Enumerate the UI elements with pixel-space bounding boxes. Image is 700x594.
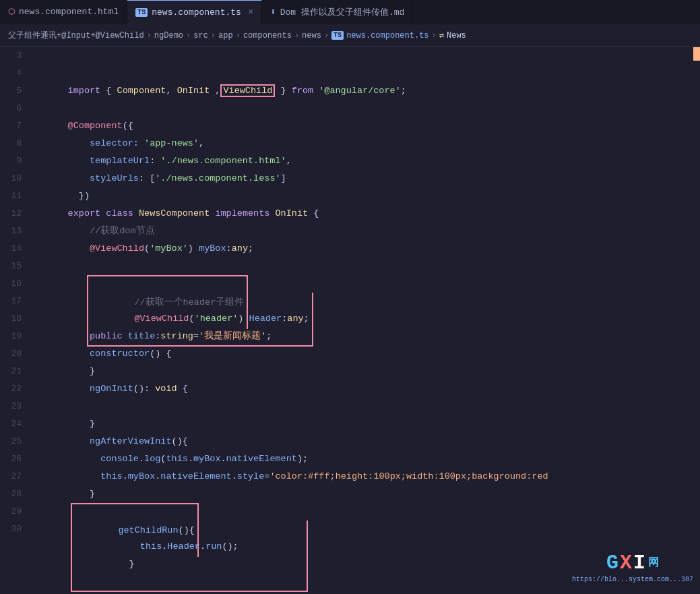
- watermark: G X I 网 https://blo...system.com...387: [565, 540, 700, 594]
- code-line-10: }): [35, 170, 700, 187]
- breadcrumb-class: News: [447, 31, 466, 40]
- tab-html-label: news.component.html: [19, 7, 119, 17]
- breadcrumb: 父子组件通讯+@Input+@ViewChild › ngDemo › src …: [0, 24, 700, 47]
- line-num-18: 18: [0, 310, 22, 328]
- line-num-21: 21: [0, 363, 22, 380]
- line-num-16: 16: [0, 275, 22, 293]
- tab-bar: ⬡ news.component.html TS news.component.…: [0, 0, 700, 24]
- code-line-24: ngAfterViewInit(){: [35, 415, 700, 433]
- breadcrumb-filename: news.component.ts: [346, 31, 428, 40]
- line-num-28: 28: [0, 485, 22, 503]
- line-num-7: 7: [0, 117, 22, 135]
- line-num-27: 27: [0, 468, 22, 485]
- breadcrumb-news: news: [302, 31, 321, 40]
- watermark-x: X: [620, 552, 632, 574]
- code-line-9: styleUrls: ['./news.component.less']: [35, 152, 700, 170]
- line-num-4: 4: [0, 65, 22, 82]
- code-line-27: }: [35, 468, 700, 485]
- line-num-26: 26: [0, 450, 22, 468]
- code-line-17: [35, 293, 700, 310]
- line-num-12: 12: [0, 205, 22, 222]
- code-line-22: [35, 380, 700, 398]
- line-num-5: 5: [0, 82, 22, 100]
- tab-ts[interactable]: TS news.component.ts ×: [127, 0, 262, 24]
- watermark-url: https://blo...system.com...387: [572, 576, 693, 583]
- line-numbers: 3 4 5 6 7 8 9 10 11 12 13 14 15 16 17 18…: [0, 47, 30, 594]
- line-num-23: 23: [0, 398, 22, 415]
- code-line-6: @Component({: [35, 100, 700, 117]
- code-line-14: [35, 240, 700, 258]
- line-num-9: 9: [0, 152, 22, 170]
- code-area: 3 4 5 6 7 8 9 10 11 12 13 14 15 16 17 18…: [0, 47, 700, 594]
- breadcrumb-ts-icon: TS: [331, 31, 344, 40]
- line-num-10: 10: [0, 170, 22, 187]
- close-icon[interactable]: ×: [248, 7, 253, 18]
- tab-md[interactable]: ⬇ Dom 操作以及父子组件传值.md: [262, 0, 413, 24]
- code-line-20: }: [35, 345, 700, 363]
- code-line-30: }: [35, 521, 700, 538]
- line-num-24: 24: [0, 415, 22, 433]
- tab-html[interactable]: ⬡ news.component.html: [0, 0, 127, 24]
- breadcrumb-ngdemo: ngDemo: [154, 31, 183, 40]
- line-num-13: 13: [0, 222, 22, 240]
- line-num-19: 19: [0, 328, 22, 345]
- code-line-13: @ViewChild('myBox') myBox:any;: [35, 222, 700, 240]
- line-num-30: 30: [0, 521, 22, 538]
- code-line-18: public title:string='我是新闻标题';: [35, 310, 700, 328]
- code-line-28: getChildRun(){: [35, 485, 700, 503]
- line-num-20: 20: [0, 345, 22, 363]
- watermark-i: I: [633, 552, 645, 574]
- breadcrumb-src: src: [193, 31, 208, 40]
- code-line-26: this.myBox.nativeElement.style='color:#f…: [35, 450, 700, 468]
- code-line-21: ngOnInit(): void {: [35, 363, 700, 380]
- line-num-11: 11: [0, 187, 22, 205]
- breadcrumb-symbol-icon: ⇄: [439, 30, 444, 40]
- code-line-16: @ViewChild('header') Header:any;: [35, 275, 700, 293]
- code-line-12: //获取dom节点: [35, 205, 700, 222]
- line-num-15: 15: [0, 258, 22, 275]
- line-num-3: 3: [0, 47, 22, 65]
- code-line-8: templateUrl: './news.component.html',: [35, 135, 700, 152]
- tab-ts-label: news.component.ts: [152, 7, 241, 18]
- md-icon: ⬇: [270, 6, 276, 18]
- code-line-29: this.Header.run();: [35, 503, 700, 521]
- line-num-8: 8: [0, 135, 22, 152]
- line-num-25: 25: [0, 433, 22, 450]
- code-line-5: [35, 82, 700, 100]
- line-num-29: 29: [0, 503, 22, 521]
- code-line-7: selector: 'app-news',: [35, 117, 700, 135]
- code-line-23: }: [35, 398, 700, 415]
- watermark-g: G: [606, 552, 618, 574]
- html-icon: ⬡: [8, 7, 15, 17]
- code-content: import { Component, OnInit ,ViewChild } …: [30, 47, 700, 594]
- code-line-25: console.log(this.myBox.nativeElement);: [35, 433, 700, 450]
- line-num-22: 22: [0, 380, 22, 398]
- code-line-15: //获取一个header子组件: [35, 258, 700, 275]
- line-num-6: 6: [0, 100, 22, 117]
- code-line-11: export class NewsComponent implements On…: [35, 187, 700, 205]
- line-num-17: 17: [0, 293, 22, 310]
- ts-icon: TS: [135, 8, 148, 17]
- breadcrumb-components: components: [243, 31, 292, 40]
- watermark-net: 网: [648, 556, 659, 570]
- line-num-14: 14: [0, 240, 22, 258]
- code-line-4: import { Component, OnInit ,ViewChild } …: [35, 65, 700, 82]
- tab-md-label: Dom 操作以及父子组件传值.md: [280, 6, 405, 18]
- code-line-3: [35, 47, 700, 65]
- breadcrumb-app: app: [218, 31, 233, 40]
- code-line-19: constructor() {: [35, 328, 700, 345]
- breadcrumb-project: 父子组件通讯+@Input+@ViewChild: [8, 30, 144, 41]
